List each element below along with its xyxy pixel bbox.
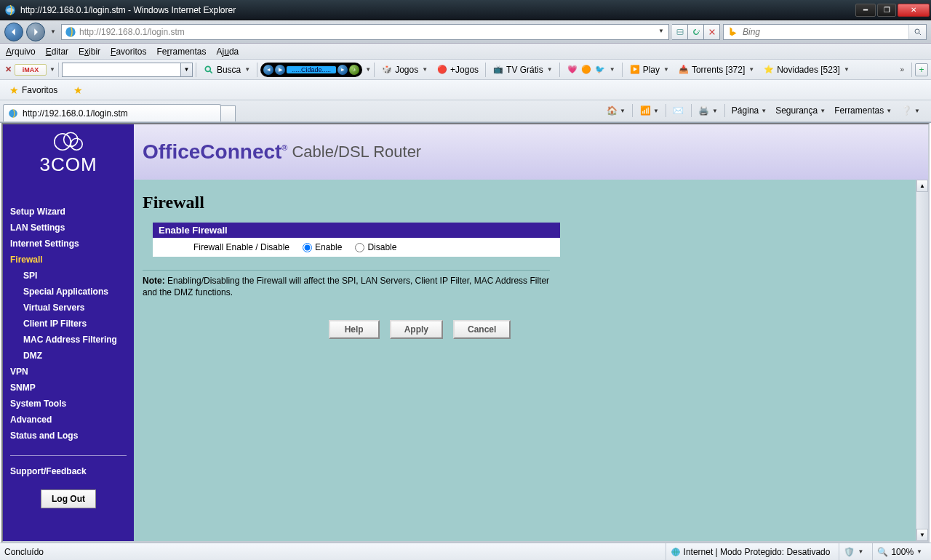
- dice-icon: 🎲: [381, 64, 393, 76]
- nav-spi[interactable]: SPI: [3, 268, 134, 284]
- nav-mac-filtering[interactable]: MAC Address Filtering: [3, 332, 134, 348]
- logout-button[interactable]: Log Out: [41, 489, 96, 508]
- social-buttons[interactable]: 💗🟠🐦▼: [563, 62, 619, 78]
- nav-lan-settings[interactable]: LAN Settings: [3, 220, 134, 236]
- enable-radio[interactable]: [303, 243, 312, 252]
- nav-advanced[interactable]: Advanced: [3, 412, 134, 428]
- shield-icon: 🛡️: [844, 547, 855, 557]
- mail-button[interactable]: ✉️: [669, 103, 688, 119]
- feeds-button[interactable]: 📶▼: [636, 103, 663, 119]
- nav-virtual-servers[interactable]: Virtual Servers: [3, 300, 134, 316]
- busca-button[interactable]: Busca▼: [199, 62, 254, 78]
- apply-button[interactable]: Apply: [390, 320, 443, 339]
- nav-vpn[interactable]: VPN: [3, 364, 134, 380]
- nav-status-logs[interactable]: Status and Logs: [3, 428, 134, 444]
- news-icon: ⭐: [763, 64, 775, 76]
- toolbar-combo[interactable]: ▼: [62, 63, 193, 77]
- toolbar-overflow[interactable]: »: [895, 65, 908, 73]
- note-text: Note: Enabling/Disabling the Firewall wi…: [143, 270, 550, 298]
- menu-bar: AArquivorquivo Editar Exibir Favoritos F…: [0, 44, 931, 60]
- media-play-icon[interactable]: ▶: [275, 65, 285, 75]
- status-zone[interactable]: Internet | Modo Protegido: Desativado: [666, 543, 835, 560]
- address-input[interactable]: [79, 25, 654, 39]
- menu-ferramentas[interactable]: Ferramentas: [156, 47, 206, 57]
- enable-option[interactable]: Enable: [303, 242, 342, 252]
- mais-jogos-button[interactable]: 🔴+Jogos: [433, 62, 482, 78]
- help-icon: ❔: [900, 105, 912, 116]
- back-button[interactable]: [4, 23, 23, 41]
- media-next-icon[interactable]: ►: [337, 65, 348, 75]
- home-button[interactable]: 🏠▼: [602, 103, 629, 119]
- nav-client-ip-filters[interactable]: Client IP Filters: [3, 316, 134, 332]
- nav-history-dropdown[interactable]: ▼: [48, 23, 58, 41]
- nav-toolbar: ▼ ▼: [0, 20, 931, 44]
- address-dropdown[interactable]: ▼: [654, 25, 668, 39]
- nav-setup-wizard[interactable]: Setup Wizard: [3, 204, 134, 220]
- window-title: http://192.168.0.1/login.stm - Windows I…: [20, 5, 854, 15]
- nav-divider: [10, 455, 127, 456]
- menu-exibir[interactable]: Exibir: [79, 47, 100, 57]
- nav-snmp[interactable]: SNMP: [3, 380, 134, 396]
- window-close-button[interactable]: ✕: [898, 4, 930, 17]
- scroll-up-icon[interactable]: ▲: [916, 180, 928, 192]
- status-bar: Concluído Internet | Modo Protegido: Des…: [0, 543, 931, 560]
- nav-support[interactable]: Support/Feedback: [3, 463, 134, 479]
- home-icon: 🏠: [606, 105, 618, 116]
- compat-view-button[interactable]: [672, 24, 688, 40]
- novidades-button[interactable]: ⭐Novidades [523]▼: [759, 62, 853, 78]
- refresh-button[interactable]: [688, 24, 704, 40]
- tab-active[interactable]: http://192.168.0.1/login.stm: [3, 104, 221, 121]
- menu-ajuda[interactable]: Ajuda: [217, 47, 239, 57]
- nav-dmz[interactable]: DMZ: [3, 348, 134, 364]
- new-tab-button[interactable]: [221, 105, 236, 121]
- nav-system-tools[interactable]: System Tools: [3, 396, 134, 412]
- nav-special-apps[interactable]: Special Applications: [3, 284, 134, 300]
- disable-option[interactable]: Disable: [355, 242, 396, 252]
- status-protect-icon[interactable]: 🛡️▼: [839, 543, 868, 560]
- close-toolbar-button[interactable]: ✕: [3, 65, 13, 75]
- imax-logo[interactable]: iMAX: [15, 64, 47, 76]
- menu-arquivo[interactable]: AArquivorquivo: [6, 47, 36, 57]
- svg-point-6: [55, 134, 71, 150]
- logo-area: 3COM: [3, 124, 134, 179]
- search-button[interactable]: [908, 25, 926, 39]
- window-maximize-button[interactable]: ❐: [877, 4, 896, 17]
- media-player-widget[interactable]: ◄ ▶ .....Cidade..... ► ♪: [260, 63, 362, 77]
- scroll-down-icon[interactable]: ▼: [916, 529, 928, 541]
- rss-icon: 📶: [639, 105, 651, 116]
- favorites-button[interactable]: ★Favoritos: [4, 82, 63, 98]
- zoom-segment[interactable]: 🔍 100% ▼: [872, 543, 927, 560]
- window-minimize-button[interactable]: ━: [855, 4, 876, 17]
- media-vol-icon[interactable]: ♪: [349, 65, 359, 75]
- seguranca-menu[interactable]: Segurança ▼: [772, 103, 829, 118]
- cancel-button[interactable]: Cancel: [453, 320, 511, 339]
- menu-editar[interactable]: Editar: [46, 47, 68, 57]
- torrents-button[interactable]: 📥Torrents [372]▼: [674, 62, 758, 78]
- media-prev-icon[interactable]: ◄: [263, 65, 273, 75]
- pagina-menu[interactable]: Página ▼: [728, 103, 770, 118]
- help-button[interactable]: ❔▼: [897, 103, 924, 119]
- toolbar-add-button[interactable]: +: [915, 63, 928, 76]
- social-icon-2: 🟠: [580, 64, 592, 76]
- ferramentas-menu[interactable]: Ferramentas ▼: [831, 103, 895, 118]
- play-button[interactable]: ▶️Play▼: [626, 62, 673, 78]
- router-nav: Setup Wizard LAN Settings Internet Setti…: [3, 179, 134, 508]
- menu-favoritos[interactable]: Favoritos: [111, 47, 146, 57]
- links-toolbar: ✕ iMAX ▼ ▼ Busca▼ ◄ ▶ .....Cidade..... ►…: [0, 60, 931, 80]
- jogos-button[interactable]: 🎲Jogos▼: [377, 62, 431, 78]
- vertical-scrollbar[interactable]: ▲ ▼: [916, 180, 928, 541]
- forward-button[interactable]: [26, 23, 45, 41]
- stop-button[interactable]: [704, 24, 720, 40]
- search-input[interactable]: [743, 25, 908, 39]
- add-favorite-button[interactable]: ★: [68, 82, 88, 98]
- tv-button[interactable]: 📺TV Grátis▼: [489, 62, 556, 78]
- media-dropdown[interactable]: ▼: [365, 66, 371, 73]
- imax-dropdown[interactable]: ▼: [49, 66, 55, 73]
- print-button[interactable]: 🖨️▼: [695, 103, 722, 119]
- help-button-router[interactable]: Help: [329, 320, 380, 339]
- nav-internet-settings[interactable]: Internet Settings: [3, 236, 134, 252]
- media-station-label: .....Cidade.....: [287, 66, 336, 73]
- disable-radio[interactable]: [355, 243, 364, 252]
- nav-firewall[interactable]: Firewall: [3, 252, 134, 268]
- zoom-value: 100%: [891, 547, 914, 557]
